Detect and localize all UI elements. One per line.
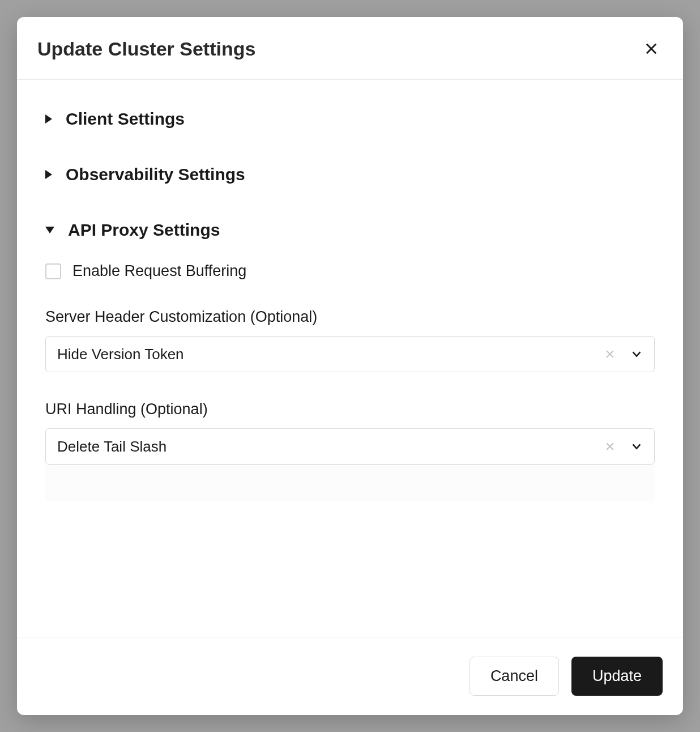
section-client-settings: Client Settings (45, 91, 655, 147)
uri-handling-clear-button[interactable] (601, 437, 619, 456)
uri-handling-field: URI Handling (Optional) Delete Tail Slas… (45, 401, 655, 465)
server-header-select[interactable]: Hide Version Token (45, 336, 655, 372)
chevron-right-icon (45, 170, 52, 179)
enable-request-buffering-label: Enable Request Buffering (72, 262, 246, 280)
clear-icon (604, 348, 616, 360)
enable-request-buffering-checkbox[interactable] (45, 263, 61, 279)
section-observability-settings: Observability Settings (45, 147, 655, 202)
close-icon (643, 41, 659, 57)
chevron-down-icon (630, 440, 643, 453)
enable-request-buffering-row: Enable Request Buffering (45, 262, 655, 280)
cancel-button[interactable]: Cancel (469, 657, 559, 696)
uri-handling-label: URI Handling (Optional) (45, 401, 655, 418)
section-title-api-proxy: API Proxy Settings (68, 220, 220, 240)
server-header-field: Server Header Customization (Optional) H… (45, 308, 655, 372)
server-header-clear-button[interactable] (601, 345, 619, 363)
uri-handling-value: Delete Tail Slash (57, 438, 601, 456)
section-header-api-proxy[interactable]: API Proxy Settings (45, 220, 655, 240)
section-content-api-proxy: Enable Request Buffering Server Header C… (45, 240, 655, 501)
empty-block (45, 465, 655, 501)
uri-handling-select[interactable]: Delete Tail Slash (45, 428, 655, 465)
section-header-observability[interactable]: Observability Settings (45, 165, 655, 184)
section-header-client[interactable]: Client Settings (45, 109, 655, 129)
server-header-value: Hide Version Token (57, 346, 601, 363)
modal-footer: Cancel Update (17, 637, 683, 715)
modal-title: Update Cluster Settings (37, 38, 255, 60)
chevron-down-icon (45, 227, 54, 233)
section-api-proxy-settings: API Proxy Settings Enable Request Buffer… (45, 202, 655, 519)
chevron-down-icon (630, 348, 643, 360)
chevron-right-icon (45, 114, 52, 124)
section-title-client: Client Settings (66, 109, 185, 129)
modal-header: Update Cluster Settings (17, 17, 683, 80)
close-button[interactable] (640, 37, 663, 60)
clear-icon (604, 441, 616, 452)
modal-body: Client Settings Observability Settings A… (17, 80, 683, 637)
section-title-observability: Observability Settings (66, 165, 245, 184)
update-button[interactable]: Update (571, 657, 663, 696)
update-cluster-settings-modal: Update Cluster Settings Client Settings … (17, 17, 683, 715)
server-header-label: Server Header Customization (Optional) (45, 308, 655, 326)
